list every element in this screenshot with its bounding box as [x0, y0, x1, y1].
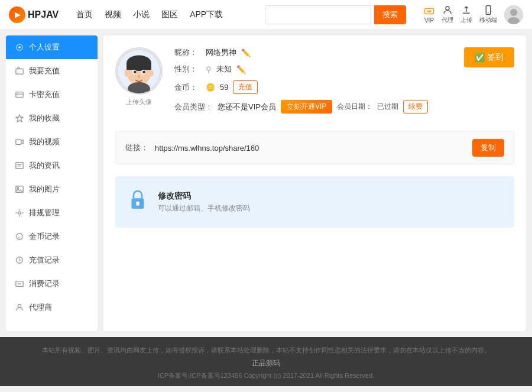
image-icon: [15, 184, 24, 194]
password-section[interactable]: 修改密码 可以通过邮箱、手机修改密码: [115, 176, 514, 228]
sidebar-item-recharge[interactable]: 我要充值: [6, 59, 98, 83]
news-icon: [15, 161, 24, 170]
nav-video[interactable]: 视频: [105, 9, 121, 20]
coin-row: 金币： 🪙 59 充值: [174, 80, 514, 94]
svg-point-26: [18, 304, 21, 307]
vip-open-button[interactable]: 立刻开通VIP: [281, 100, 332, 114]
sign-in-button[interactable]: ✅ 签到: [464, 47, 514, 67]
svg-point-20: [18, 212, 21, 214]
sidebar-item-manage[interactable]: 排规管理: [6, 201, 98, 225]
coin-label: 金币：: [174, 82, 201, 93]
expense-icon: [15, 279, 24, 289]
agent-icon-item[interactable]: 代理: [442, 5, 453, 24]
gender-edit-icon[interactable]: ✏️: [236, 65, 246, 74]
logo[interactable]: ▶ HPJAV: [9, 7, 59, 23]
sidebar-agent-label: 代理商: [29, 302, 52, 313]
nickname-value: 网络男神: [206, 47, 236, 58]
recharge-coin-button[interactable]: 充值: [233, 80, 258, 94]
mobile-label: 移动端: [479, 16, 497, 24]
coin-icon: ¥: [15, 232, 24, 241]
sidebar-item-card[interactable]: 卡密充值: [6, 83, 98, 106]
sidebar-recharge-record-label: 充值记录: [29, 255, 60, 265]
svg-rect-30: [126, 63, 151, 70]
copy-button[interactable]: 复制: [472, 139, 504, 157]
main-container: 个人设置 我要充值 卡密充值 我的收藏 我的视频: [0, 30, 532, 337]
footer: 本站所有视频、图片、资讯均由网友上传，如有侵权投诉，请联系本站处理删除，本站不支…: [0, 337, 532, 386]
link-input[interactable]: [155, 144, 466, 153]
upload-avatar-label[interactable]: 上传头像: [126, 98, 152, 106]
agent-sidebar-icon: [15, 303, 24, 312]
sidebar-item-favorites[interactable]: 我的收藏: [6, 106, 98, 130]
member-label: 会员类型：: [174, 102, 213, 112]
sidebar-item-news[interactable]: 我的资讯: [6, 154, 98, 177]
sidebar-item-expense[interactable]: 消费记录: [6, 272, 98, 296]
search-button[interactable]: 搜索: [374, 5, 406, 24]
sidebar-item-videos[interactable]: 我的视频: [6, 130, 98, 154]
vip-icon-item[interactable]: VIP: [424, 6, 434, 24]
password-desc: 可以通过邮箱、手机修改密码: [158, 203, 250, 213]
nickname-label: 昵称：: [174, 47, 201, 58]
svg-rect-2: [463, 13, 470, 14]
svg-marker-14: [21, 140, 24, 144]
avatar-svg: [116, 47, 161, 95]
profile-info: 昵称： 网络男神 ✏️ 性别： ⚲ 未知 ✏️ 金币： 🪙 59 充值: [174, 47, 514, 119]
sidebar-favorites-label: 我的收藏: [29, 113, 60, 124]
mobile-icon: [483, 5, 494, 15]
header-icons: VIP 代理 上传 移动端: [424, 5, 523, 24]
svg-point-32: [149, 70, 154, 76]
svg-rect-15: [16, 163, 23, 169]
wallet-icon: [15, 66, 24, 76]
logo-text: HPJAV: [28, 9, 59, 20]
sidebar-item-recharge-record[interactable]: 充值记录: [6, 248, 98, 272]
manage-icon: [15, 208, 24, 218]
upload-icon-item[interactable]: 上传: [460, 5, 472, 24]
search-input[interactable]: [265, 5, 371, 24]
member-row: 会员类型： 您还不是VIP会员 立刻开通VIP 会员日期： 已过期 续费: [174, 100, 514, 114]
svg-rect-40: [136, 202, 139, 206]
nav-app[interactable]: APP下载: [190, 9, 223, 20]
svg-rect-10: [16, 92, 23, 98]
sign-label: 签到: [487, 52, 504, 63]
sidebar: 个人设置 我要充值 卡密充值 我的收藏 我的视频: [6, 35, 98, 331]
footer-link[interactable]: 正品源码: [0, 358, 532, 368]
nav-novel[interactable]: 小说: [133, 9, 150, 20]
gender-icon: ⚲: [206, 65, 212, 74]
card-icon: [15, 90, 24, 99]
sidebar-item-coins[interactable]: ¥ 金币记录: [6, 225, 98, 248]
sidebar-coins-label: 金币记录: [29, 231, 60, 242]
mobile-icon-item[interactable]: 移动端: [479, 5, 497, 24]
upload-label: 上传: [460, 16, 472, 24]
gender-row: 性别： ⚲ 未知 ✏️: [174, 64, 514, 74]
avatar-image: [115, 47, 163, 95]
sidebar-item-settings[interactable]: 个人设置: [6, 35, 98, 59]
renew-button[interactable]: 续费: [403, 100, 428, 114]
sidebar-item-agent[interactable]: 代理商: [6, 296, 98, 319]
video-icon: [15, 137, 24, 147]
svg-point-8: [18, 46, 21, 48]
coin-amount: 59: [220, 83, 228, 92]
search-bar: 搜索: [265, 5, 406, 24]
link-label: 链接：: [125, 142, 149, 153]
footer-icp: ICP备案号:ICP备案号123456 Copyright (c) 2017-2…: [0, 371, 532, 380]
sidebar-news-label: 我的资讯: [29, 160, 60, 171]
svg-point-1: [446, 7, 449, 10]
svg-point-6: [510, 9, 517, 16]
content-area: 上传头像 昵称： 网络男神 ✏️ 性别： ⚲ 未知 ✏️ 金币： 🪙 59: [103, 35, 526, 331]
svg-rect-13: [16, 140, 21, 145]
nickname-edit-icon[interactable]: ✏️: [241, 48, 251, 57]
expire-label: 会员日期：: [337, 102, 372, 112]
recharge-record-icon: [15, 255, 24, 265]
sidebar-expense-label: 消费记录: [29, 278, 60, 289]
nav-home[interactable]: 首页: [76, 9, 93, 20]
vip-icon: [424, 6, 434, 17]
nickname-row: 昵称： 网络男神 ✏️: [174, 47, 514, 58]
star-icon: [15, 114, 24, 123]
svg-point-4: [488, 12, 489, 14]
nav-gallery[interactable]: 图区: [161, 9, 178, 20]
user-avatar[interactable]: [504, 5, 523, 24]
avatar-upload: 上传头像: [115, 47, 163, 106]
lock-svg: [127, 187, 148, 213]
sidebar-videos-label: 我的视频: [29, 137, 60, 147]
sidebar-title-label: 个人设置: [29, 42, 60, 53]
sidebar-item-images[interactable]: 我的图片: [6, 177, 98, 201]
